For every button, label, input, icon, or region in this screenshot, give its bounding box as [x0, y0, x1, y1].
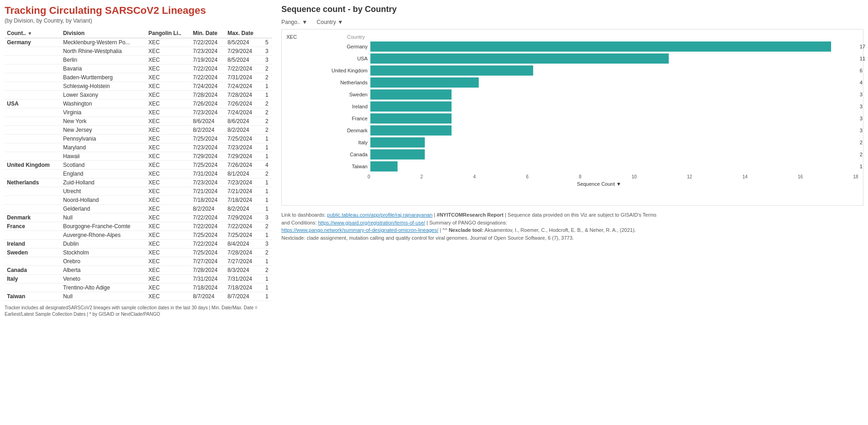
table-row-pangolin: XEC	[146, 178, 190, 187]
table-row-division: Mecklenburg-Western Po...	[61, 38, 146, 47]
link-gisaid[interactable]: https://www.gisaid.org/registration/term…	[318, 220, 425, 225]
chart-filters: Pango.. ▼ Country ▼	[281, 19, 863, 25]
table-row-division: Gelderland	[61, 205, 146, 213]
table-row-country	[5, 65, 61, 73]
table-row-pangolin: XEC	[146, 205, 190, 213]
table-row-country	[5, 152, 61, 161]
table-row-pangolin: XEC	[146, 266, 190, 275]
table-row-count: 5	[262, 38, 272, 47]
filter-pango-label[interactable]: Pango.. ▼	[281, 19, 308, 25]
page-title: Tracking Circulating SARSCoV2 Lineages	[5, 5, 272, 17]
table-row-count: 1	[262, 283, 272, 292]
bar-fill	[370, 125, 452, 136]
table-row-country	[5, 257, 61, 266]
table-row-pangolin: XEC	[146, 82, 190, 91]
bar-country-label: Denmark	[317, 128, 368, 133]
link-sep4: | ^^	[439, 227, 449, 233]
bar-country-label: USA	[317, 56, 368, 61]
table-row-country	[5, 135, 61, 143]
table-row-pangolin: XEC	[146, 231, 190, 240]
col-division: Division	[61, 29, 146, 38]
table-row-maxdate: 8/1/2024	[225, 170, 261, 178]
x-axis: 024681012141618	[286, 174, 858, 179]
table-row-count: 1	[262, 82, 272, 91]
table-row-count: 1	[262, 196, 272, 205]
table-row-mindate: 7/25/2024	[190, 248, 225, 257]
bar-country-label: United Kingdom	[317, 68, 368, 73]
table-row-pangolin: XEC	[146, 126, 190, 135]
x-axis-tick: 4	[473, 174, 476, 179]
table-row-maxdate: 7/27/2024	[225, 257, 261, 266]
table-row-country	[5, 73, 61, 82]
col-mindate: Min. Date	[190, 29, 225, 38]
table-row-country	[5, 47, 61, 56]
table-row-count: 3	[262, 47, 272, 56]
bar-fill	[370, 41, 831, 52]
bar-country-label: Netherlands	[317, 80, 368, 85]
table-row-division: Baden-Wurttemberg	[61, 73, 146, 82]
bar-value-label: 3	[860, 104, 862, 109]
table-row-count: 1	[262, 91, 272, 100]
table-row-pangolin: XEC	[146, 161, 190, 170]
table-row-pangolin: XEC	[146, 240, 190, 248]
table-row-division: Zuid-Holland	[61, 178, 146, 187]
table-row-division: Bavaria	[61, 65, 146, 73]
bar-country-label: Sweden	[317, 92, 368, 97]
table-row-pangolin: XEC	[146, 152, 190, 161]
bar-row: Sweden3	[286, 89, 858, 100]
link-pango[interactable]: https://www.pango.network/summary-of-des…	[281, 227, 439, 233]
bar-row: Italy2	[286, 137, 858, 148]
table-row-division: Null	[61, 292, 146, 301]
filter-icon-country[interactable]: ▼	[28, 31, 32, 36]
table-row-division: Pennsylvania	[61, 135, 146, 143]
filter-country-label[interactable]: Country ▼	[317, 19, 343, 25]
table-row-maxdate: 7/25/2024	[225, 135, 261, 143]
filter-country[interactable]: Country ▼	[317, 19, 343, 25]
link-sep1: |	[433, 212, 437, 218]
table-row-pangolin: XEC	[146, 38, 190, 47]
bar-row: France3	[286, 113, 858, 124]
x-axis-title: Sequence Count ▼	[286, 181, 858, 187]
bar-value-label: 17	[860, 44, 865, 49]
table-row-country	[5, 231, 61, 240]
link-dashboard[interactable]: public.tableau.com/app/profile/raj.rajna…	[327, 212, 433, 218]
bar-container: 3	[370, 113, 858, 124]
bar-fill	[370, 89, 452, 100]
table-row-mindate: 7/25/2024	[190, 231, 225, 240]
nexclade-bold: Nexclade tool:	[449, 227, 483, 233]
bar-container: 3	[370, 89, 858, 100]
bar-container: 2	[370, 137, 858, 148]
table-row-pangolin: XEC	[146, 47, 190, 56]
table-row-count: 2	[262, 222, 272, 231]
table-row-mindate: 7/19/2024	[190, 56, 225, 65]
link-section: Link to dashboards: public.tableau.com/a…	[281, 211, 660, 242]
bar-fill	[370, 65, 533, 76]
table-row-pangolin: XEC	[146, 257, 190, 266]
table-row-mindate: 7/27/2024	[190, 257, 225, 266]
table-row-country: Taiwan	[5, 292, 61, 301]
table-row-country	[5, 108, 61, 117]
table-row-division: Orebro	[61, 257, 146, 266]
table-row-country: Denmark	[5, 213, 61, 222]
table-row-division: Lower Saxony	[61, 91, 146, 100]
page-subtitle: (by Division, by Country, by Variant)	[5, 18, 272, 24]
x-axis-tick: 10	[632, 174, 637, 179]
data-table: Count.. ▼ Division Pangolin Li.. Min. Da…	[5, 29, 272, 301]
bar-row: Denmark3	[286, 125, 858, 136]
bar-value-label: 4	[860, 80, 862, 85]
table-row-count: 1	[262, 152, 272, 161]
table-row-country: United Kingdom	[5, 161, 61, 170]
table-row-mindate: 7/31/2024	[190, 170, 225, 178]
table-row-mindate: 8/7/2024	[190, 292, 225, 301]
table-row-mindate: 7/18/2024	[190, 283, 225, 292]
table-row-pangolin: XEC	[146, 292, 190, 301]
bar-row: Netherlands4	[286, 77, 858, 88]
filter-pango[interactable]: Pango.. ▼	[281, 19, 308, 25]
table-row-mindate: 8/6/2024	[190, 117, 225, 126]
table-row-count: 1	[262, 292, 272, 301]
table-row-maxdate: 7/22/2024	[225, 222, 261, 231]
bar-value-label: 11	[860, 56, 865, 61]
table-row-division: Hawaii	[61, 152, 146, 161]
table-row-division: Berlin	[61, 56, 146, 65]
table-row-pangolin: XEC	[146, 283, 190, 292]
